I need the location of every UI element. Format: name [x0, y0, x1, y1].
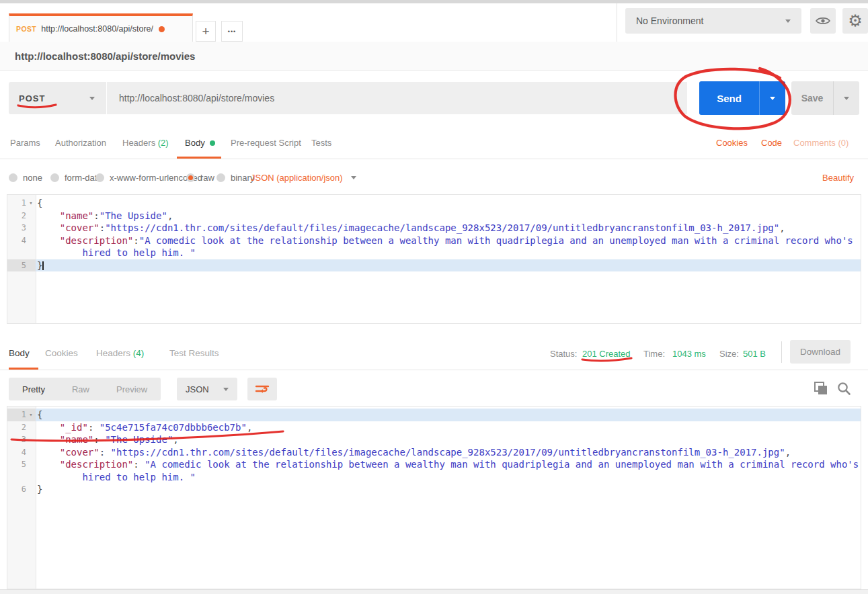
code-line[interactable]: hired to help him. ": [7, 471, 861, 484]
code-line[interactable]: 1▾{: [7, 197, 861, 210]
code-line[interactable]: 3 "cover":"https://cdn1.thr.com/sites/de…: [7, 222, 861, 235]
request-body-editor[interactable]: 1▾{2 "name":"The Upside",3 "cover":"http…: [7, 194, 861, 324]
line-number-gutter: 5: [7, 458, 36, 471]
more-tabs-button[interactable]: •••: [221, 21, 243, 42]
content-type-label: JSON (application/json): [251, 173, 343, 183]
size-label: Size:: [719, 349, 739, 359]
response-tab-body[interactable]: Body: [9, 348, 30, 358]
environment-select[interactable]: No Environment: [625, 8, 801, 34]
radio-icon: [50, 173, 59, 182]
request-tab[interactable]: POST http://localhost:8080/api/store/: [9, 13, 193, 42]
environment-selected-label: No Environment: [636, 15, 703, 26]
unsaved-changes-dot-icon: [159, 26, 165, 32]
postman-app: POST http://localhost:8080/api/store/ + …: [0, 0, 868, 594]
method-select[interactable]: POST: [9, 82, 106, 114]
gear-icon: ⚙: [848, 13, 863, 29]
response-format-select[interactable]: JSON: [177, 378, 237, 400]
chevron-down-icon: [89, 97, 95, 100]
request-url-value: http://localhost:8080/api/store/movies: [119, 93, 274, 103]
view-pretty-button[interactable]: Pretty: [9, 384, 58, 394]
fold-caret-icon[interactable]: ▾: [26, 197, 36, 210]
body-filled-dot-icon: [210, 140, 215, 146]
search-response-button[interactable]: [836, 380, 852, 396]
request-tabs-row: Params Authorization Headers (2) Body Pr…: [0, 126, 868, 159]
request-url-input[interactable]: http://localhost:8080/api/store/movies: [107, 82, 687, 114]
cookies-link[interactable]: Cookies: [716, 138, 748, 148]
format-selected-label: JSON: [186, 384, 209, 394]
code-line[interactable]: 6}: [7, 483, 861, 496]
code-line[interactable]: 4 "cover": "https://cdn1.thr.com/sites/d…: [7, 446, 861, 459]
chevron-down-icon: [223, 388, 229, 391]
save-button[interactable]: Save: [791, 81, 859, 115]
tab-params[interactable]: Params: [10, 138, 40, 148]
send-button[interactable]: Send: [699, 81, 785, 115]
radio-selected-icon: [186, 173, 195, 182]
view-preview-button[interactable]: Preview: [103, 384, 161, 394]
new-tab-button[interactable]: +: [196, 21, 216, 42]
response-tab-test-results[interactable]: Test Results: [169, 348, 219, 358]
settings-button[interactable]: ⚙: [842, 8, 868, 34]
fold-caret-icon[interactable]: ▾: [26, 409, 36, 421]
radio-binary[interactable]: binary: [216, 169, 254, 186]
breadcrumb: http://localhost:8080/api/store/movies: [15, 50, 195, 62]
response-tab-headers[interactable]: Headers (4): [96, 348, 144, 358]
eye-icon: [816, 16, 830, 26]
beautify-link[interactable]: Beautify: [822, 169, 854, 186]
tab-tests[interactable]: Tests: [311, 138, 331, 148]
download-button[interactable]: Download: [790, 340, 851, 364]
ellipsis-icon: •••: [228, 28, 236, 35]
code-line[interactable]: 2 "name":"The Upside",: [7, 210, 861, 222]
wrap-lines-button[interactable]: [247, 378, 277, 400]
active-tab-underline: [177, 157, 221, 159]
request-bar: POST http://localhost:8080/api/store/mov…: [0, 71, 868, 126]
code-line[interactable]: 4 "description":"A comedic look at the r…: [7, 235, 861, 247]
plus-icon: +: [202, 24, 209, 39]
time-value: 1043 ms: [672, 349, 706, 359]
response-headers-count-badge: (4): [133, 348, 145, 358]
tab-body[interactable]: Body: [185, 138, 215, 148]
radio-icon: [9, 173, 17, 182]
code-link[interactable]: Code: [761, 138, 782, 148]
chevron-down-icon: [785, 19, 791, 23]
line-number-gutter: 1▾: [7, 409, 36, 421]
tab-method-label: POST: [16, 25, 36, 33]
tab-headers[interactable]: Headers (2): [122, 138, 169, 148]
send-options-button[interactable]: [759, 81, 785, 115]
code-line[interactable]: hired to help him. ": [7, 247, 861, 259]
tab-url-label: http://localhost:8080/api/store/: [41, 24, 153, 34]
breadcrumb-row: http://localhost:8080/api/store/movies: [0, 42, 868, 71]
line-number-gutter: 5: [7, 259, 36, 272]
line-number-gutter: 2: [7, 210, 36, 222]
send-button-label: Send: [699, 81, 759, 115]
line-number-gutter: 3: [7, 222, 36, 235]
radio-icon: [216, 173, 225, 182]
line-number-gutter: [7, 471, 36, 484]
comments-link[interactable]: Comments (0): [793, 138, 849, 148]
line-number-gutter: 3: [7, 433, 36, 446]
search-icon: [836, 380, 852, 396]
line-number-gutter: 6: [7, 483, 36, 496]
active-response-tab-underline: [9, 368, 38, 370]
code-line[interactable]: 5}: [7, 259, 861, 272]
copy-response-button[interactable]: [813, 380, 829, 396]
content-type-select[interactable]: JSON (application/json): [251, 169, 356, 186]
headers-count-badge: (2): [158, 138, 169, 148]
tab-authorization[interactable]: Authorization: [55, 138, 106, 148]
code-line[interactable]: 5 "description": "A comedic look at the …: [7, 458, 861, 471]
environment-quick-look-button[interactable]: [810, 8, 836, 34]
radio-none[interactable]: none: [9, 169, 42, 186]
view-raw-button[interactable]: Raw: [58, 384, 103, 394]
tab-pre-request-script[interactable]: Pre-request Script: [231, 138, 301, 148]
save-options-button[interactable]: [833, 81, 859, 115]
line-number-gutter: 2: [7, 421, 36, 434]
chevron-down-icon: [770, 97, 775, 100]
code-line[interactable]: 3 "name": "The Upside",: [7, 433, 861, 446]
radio-form-data[interactable]: form-data: [50, 169, 102, 186]
response-tab-cookies[interactable]: Cookies: [45, 348, 78, 358]
code-line[interactable]: 1▾{: [7, 409, 861, 421]
radio-raw[interactable]: raw: [186, 169, 214, 186]
horizontal-scrollbar[interactable]: [0, 589, 868, 594]
copy-icon: [813, 380, 829, 396]
code-line[interactable]: 2 "_id": "5c4e715fa74c07dbbb6ecb7b",: [7, 421, 861, 434]
response-body-editor[interactable]: 1▾{2 "_id": "5c4e715fa74c07dbbb6ecb7b",3…: [7, 406, 861, 589]
